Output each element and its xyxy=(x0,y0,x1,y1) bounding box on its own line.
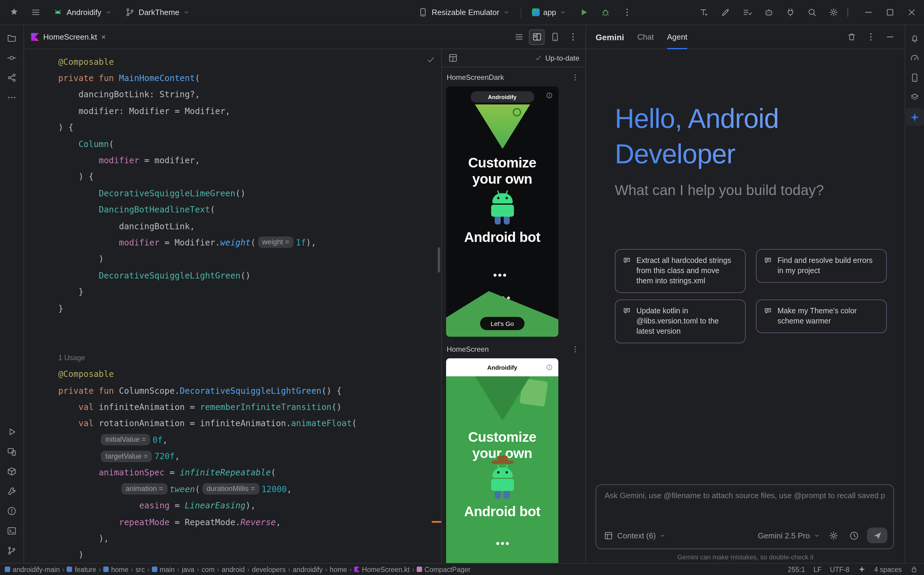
tab-homescreen-kt[interactable]: HomeScreen.kt × xyxy=(24,25,113,49)
editor-scrollbar[interactable] xyxy=(438,247,440,273)
inspector-button[interactable] xyxy=(906,88,924,106)
suggestion-card[interactable]: Find and resolve build errors in my proj… xyxy=(756,249,887,283)
gemini-options-button[interactable] xyxy=(863,29,878,45)
breadcrumb-item[interactable]: main xyxy=(152,566,175,573)
preview-scroll-area[interactable]: HomeScreenDark Androidify xyxy=(442,67,585,563)
gemini-disclaimer: Gemini can make mistakes, so double-chec… xyxy=(586,553,905,561)
run-o-icon xyxy=(6,426,17,437)
code-editor[interactable]: @Composableprivate fun MainHomeContent( … xyxy=(24,49,441,563)
breadcrumb-item[interactable]: HomeScreen.kt xyxy=(354,566,410,573)
debug-button[interactable] xyxy=(596,3,614,21)
suggestion-card[interactable]: Make my Theme's color scheme warmer xyxy=(756,300,887,333)
breadcrumb-item[interactable]: developers xyxy=(252,566,286,573)
text-tool-button[interactable] xyxy=(695,3,712,21)
package-button[interactable] xyxy=(3,462,21,480)
vcs-branch-widget[interactable]: DarkTheme xyxy=(120,4,194,21)
terminal-button[interactable] xyxy=(3,522,21,540)
run-button[interactable] xyxy=(575,3,593,21)
gemini-settings-button[interactable] xyxy=(826,528,841,543)
context-selector[interactable]: Context (6) xyxy=(603,530,666,540)
min-button[interactable] xyxy=(859,3,877,21)
hide-panel-button[interactable] xyxy=(882,29,898,45)
info-icon[interactable] xyxy=(546,364,553,371)
lock-icon[interactable] xyxy=(910,565,918,573)
indent-setting[interactable]: 4 spaces xyxy=(874,566,902,573)
breadcrumb-item[interactable]: src xyxy=(136,566,145,573)
tab-chat[interactable]: Chat xyxy=(637,25,654,49)
preview-homescreendark[interactable]: Androidify Customize your own xyxy=(446,86,558,337)
file-encoding[interactable]: UTF-8 xyxy=(830,566,849,573)
studio-logo-icon xyxy=(9,7,19,17)
prompt-history-button[interactable] xyxy=(846,528,861,543)
max-button[interactable] xyxy=(881,3,899,21)
gemini-status-icon[interactable] xyxy=(858,565,866,573)
plug-button[interactable] xyxy=(781,3,799,21)
checklist-button[interactable] xyxy=(738,3,756,21)
breadcrumb-item[interactable]: androidify-main xyxy=(5,566,60,573)
send-icon xyxy=(872,530,882,540)
device-frame-icon xyxy=(910,72,920,83)
gear-button[interactable] xyxy=(824,3,842,21)
run-o-button[interactable] xyxy=(3,423,21,440)
close-tab-icon[interactable]: × xyxy=(101,33,106,41)
suggestion-card[interactable]: Update kotlin in @libs.version.toml to t… xyxy=(615,300,746,343)
breadcrumb-item[interactable]: android xyxy=(222,566,245,573)
main-menu-button[interactable] xyxy=(26,3,45,21)
breadcrumb-item[interactable]: home xyxy=(330,566,347,573)
design-view-button[interactable] xyxy=(547,29,563,45)
suggestion-card[interactable]: Extract all hardcoded strings from this … xyxy=(615,249,746,293)
split-view-button[interactable] xyxy=(529,29,545,45)
bell-button[interactable] xyxy=(906,29,924,47)
more-run-options-button[interactable] xyxy=(618,3,636,21)
commit-button[interactable] xyxy=(3,49,21,67)
preview-menu-icon[interactable] xyxy=(571,73,579,82)
info-icon[interactable] xyxy=(546,92,553,99)
inspections-ok-icon[interactable] xyxy=(426,55,435,64)
preview-homescreen[interactable]: Androidify Customize your own xyxy=(446,358,558,563)
device-selector[interactable]: Resizable Emulator xyxy=(413,4,514,21)
breadcrumb-item[interactable]: CompactPager xyxy=(417,566,471,573)
code-line: modifier = Modifier.weight(weight =1f), xyxy=(58,234,441,251)
problems-button[interactable] xyxy=(3,502,21,520)
breadcrumb-separator: › xyxy=(288,566,290,573)
caret-position[interactable]: 255:1 xyxy=(788,566,805,573)
profile-avatar[interactable] xyxy=(847,8,848,17)
breadcrumb-item[interactable]: feature xyxy=(67,566,96,573)
code-line: ) xyxy=(58,251,441,267)
send-button[interactable] xyxy=(867,527,887,543)
model-selector[interactable]: Gemini 2.5 Pro xyxy=(758,531,820,540)
vcs-button[interactable] xyxy=(3,542,21,559)
more-h-button[interactable] xyxy=(3,88,21,106)
device-frame-button[interactable] xyxy=(906,68,924,86)
breadcrumb-separator: › xyxy=(177,566,180,573)
gauge-button[interactable] xyxy=(906,49,924,67)
project-widget[interactable]: Androidify xyxy=(48,4,116,21)
line-separator[interactable]: LF xyxy=(814,566,822,573)
ai-bot-button[interactable] xyxy=(760,3,778,21)
preview-layout-icon[interactable] xyxy=(448,53,458,63)
gemini-prompt-input[interactable] xyxy=(604,491,885,500)
code-line: targetValue =720f, xyxy=(58,448,441,465)
code-view-button[interactable] xyxy=(511,29,526,45)
decoration-dots xyxy=(496,542,509,545)
run-configuration-selector[interactable]: app xyxy=(527,5,571,20)
breadcrumb-item[interactable]: java xyxy=(181,566,194,573)
preview-menu-icon[interactable] xyxy=(571,345,579,354)
editor-options-button[interactable] xyxy=(565,29,580,45)
breadcrumb-item[interactable]: home xyxy=(103,566,129,573)
devices-button[interactable] xyxy=(3,442,21,461)
build-button[interactable] xyxy=(3,482,21,500)
spark-button[interactable] xyxy=(906,108,924,126)
design-view-icon xyxy=(550,32,560,42)
tab-agent[interactable]: Agent xyxy=(667,25,687,49)
search-button[interactable] xyxy=(803,3,821,21)
lets-go-button[interactable]: Let's Go xyxy=(480,317,525,330)
kebab-icon xyxy=(865,32,876,42)
breadcrumb-item[interactable]: androidify xyxy=(293,566,323,573)
clear-chat-button[interactable] xyxy=(844,29,859,45)
close-button[interactable] xyxy=(902,3,921,21)
folder-button[interactable] xyxy=(3,29,21,47)
ai-pen-button[interactable] xyxy=(716,3,734,21)
share-button[interactable] xyxy=(3,68,21,86)
breadcrumb-item[interactable]: com xyxy=(202,566,214,573)
